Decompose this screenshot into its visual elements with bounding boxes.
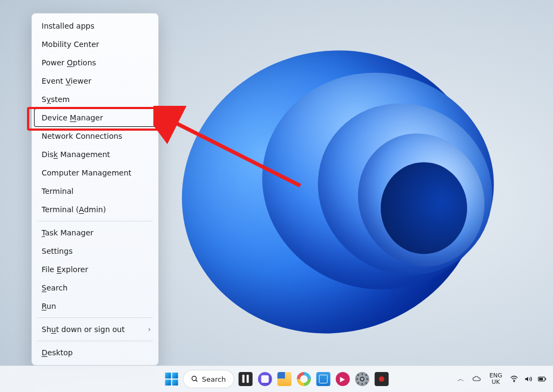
search-icon bbox=[191, 375, 199, 383]
edge-icon bbox=[296, 372, 311, 386]
taskbar-search[interactable]: Search bbox=[184, 370, 234, 388]
menu-network-connections[interactable]: Network Connections bbox=[34, 127, 156, 145]
menu-task-manager[interactable]: Task Manager bbox=[34, 224, 156, 242]
onedrive-icon[interactable] bbox=[472, 375, 482, 383]
file-explorer-icon bbox=[277, 372, 291, 386]
menu-desktop[interactable]: Desktop bbox=[34, 343, 156, 362]
chat-icon bbox=[258, 372, 272, 386]
svg-point-1 bbox=[192, 376, 196, 381]
taskbar-app-chat[interactable] bbox=[257, 371, 272, 387]
menu-event-viewer[interactable]: Event Viewer bbox=[34, 72, 156, 90]
chevron-right-icon: › bbox=[148, 325, 151, 334]
task-view-icon bbox=[238, 372, 252, 386]
pinned-app-icon-2 bbox=[374, 372, 388, 386]
store-icon bbox=[316, 372, 330, 386]
menu-terminal[interactable]: Terminal bbox=[34, 182, 156, 200]
volume-icon bbox=[524, 375, 532, 383]
battery-icon bbox=[538, 375, 547, 383]
tray-overflow-button[interactable]: ︿ bbox=[457, 374, 464, 384]
winx-context-menu[interactable]: Installed appsMobility CenterPower Optio… bbox=[31, 13, 159, 366]
language-line2: UK bbox=[489, 379, 502, 386]
svg-rect-6 bbox=[545, 379, 546, 380]
menu-power-options[interactable]: Power Options bbox=[34, 53, 156, 72]
svg-line-2 bbox=[195, 380, 197, 382]
taskbar-center: Search bbox=[164, 370, 389, 388]
pinned-app-icon-1 bbox=[335, 372, 349, 386]
menu-system[interactable]: System bbox=[34, 90, 156, 109]
search-label: Search bbox=[202, 375, 226, 383]
menu-settings[interactable]: Settings bbox=[34, 242, 156, 260]
svg-point-3 bbox=[360, 377, 364, 381]
start-button[interactable] bbox=[164, 371, 179, 387]
settings-gear-icon bbox=[355, 372, 369, 386]
system-tray: ︿ ENG UK bbox=[457, 373, 553, 386]
windows-logo-icon bbox=[165, 373, 178, 386]
menu-computer-management[interactable]: Computer Management bbox=[34, 164, 156, 182]
network-volume-battery[interactable] bbox=[510, 375, 547, 383]
menu-file-explorer[interactable]: File Explorer bbox=[34, 260, 156, 279]
svg-point-4 bbox=[514, 381, 515, 382]
taskbar: Search ︿ ENG UK bbox=[0, 366, 553, 392]
taskbar-app-edge[interactable] bbox=[296, 371, 311, 387]
wallpaper-bloom bbox=[138, 35, 548, 370]
taskbar-app-store[interactable] bbox=[315, 371, 331, 387]
menu-device-manager[interactable]: Device Manager bbox=[34, 109, 156, 127]
wifi-icon bbox=[510, 375, 518, 383]
menu-run[interactable]: Run bbox=[34, 297, 156, 315]
menu-search[interactable]: Search bbox=[34, 279, 156, 297]
taskbar-app-pinned-1[interactable] bbox=[335, 371, 350, 387]
taskbar-app-pinned-2[interactable] bbox=[374, 371, 389, 387]
menu-disk-management[interactable]: Disk Management bbox=[34, 145, 156, 164]
menu-terminal-admin[interactable]: Terminal (Admin) bbox=[34, 200, 156, 219]
task-view-button[interactable] bbox=[238, 371, 253, 387]
language-indicator[interactable]: ENG UK bbox=[489, 373, 502, 386]
taskbar-app-explorer[interactable] bbox=[276, 371, 292, 387]
svg-rect-7 bbox=[539, 378, 543, 380]
menu-installed-apps[interactable]: Installed apps bbox=[34, 17, 156, 35]
menu-shutdown-signout[interactable]: Shut down or sign out› bbox=[34, 320, 156, 339]
taskbar-app-settings[interactable] bbox=[354, 371, 369, 387]
menu-mobility-center[interactable]: Mobility Center bbox=[34, 35, 156, 53]
